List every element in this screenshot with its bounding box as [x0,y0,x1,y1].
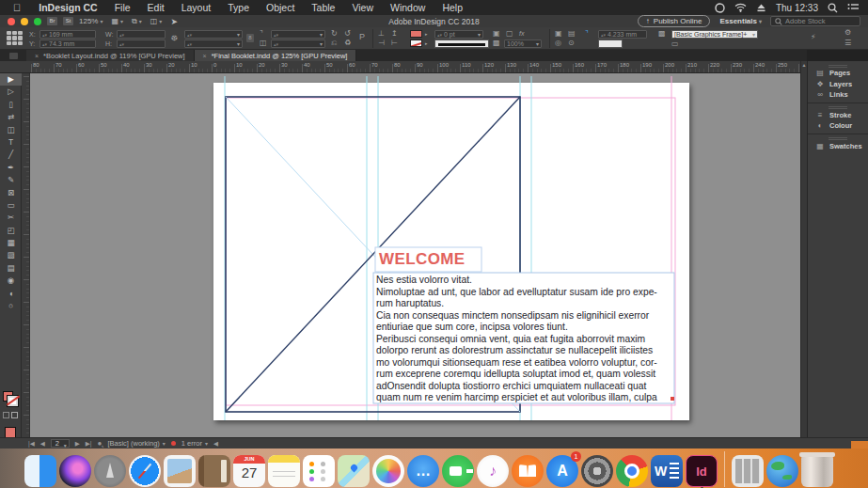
page-number-dropdown[interactable]: 2▾ [51,439,70,448]
hscroll-left-arrow[interactable]: ◀ [213,440,218,448]
selection-tool[interactable]: ▶ [0,73,22,86]
pen-tool[interactable]: ✒ [0,162,22,174]
panel-tab-swatches[interactable]: ▦Swatches [808,141,868,152]
close-window-button[interactable] [8,18,15,25]
bridge-button[interactable]: Br [47,17,57,25]
panel-gear-icon[interactable]: ⚙︎ [844,28,851,37]
menu-edit[interactable]: Edit [139,2,173,13]
menu-window[interactable]: Window [382,2,434,13]
screen-mode-dropdown[interactable]: ⧉▾ [132,17,142,26]
minimize-window-button[interactable] [21,18,28,25]
gradient-swatch-tool[interactable]: ▦ [0,237,22,249]
menu-file[interactable]: File [106,2,139,13]
tab-bar-leading-icon[interactable] [0,50,26,61]
dock-icon-system-preferences[interactable] [581,455,613,487]
formatting-text-toggle[interactable] [11,412,18,418]
effects-icon[interactable]: ▣ [493,29,500,38]
rotate-ccw-icon[interactable]: ↺ [344,29,351,38]
menu-object[interactable]: Object [258,2,303,13]
reference-point-proxy[interactable] [7,31,23,45]
note-tool[interactable]: ▤ [0,262,22,275]
stroke-swatch-arrow[interactable]: ▸ [425,39,428,48]
dock-icon-safari[interactable] [129,455,161,487]
dock-icon-trash[interactable] [801,455,833,487]
line-tool[interactable]: ╱ [0,149,22,161]
dock-icon-launchpad[interactable] [94,455,126,487]
preflight-profile[interactable]: [Basic] (working)▾ [107,439,165,448]
select-previous-icon[interactable]: ⊣ [378,39,385,47]
menu-table[interactable]: Table [303,2,343,13]
zoom-window-button[interactable] [34,18,41,25]
vertical-ruler[interactable] [22,73,30,437]
menu-view[interactable]: View [343,2,382,13]
rotate-cw-icon[interactable]: ↻ [331,29,338,38]
dock-icon-indesign[interactable]: Id [686,455,718,487]
flip-horizontal-icon[interactable]: ⎌ [331,39,337,47]
width-field[interactable]: ▴▾ [117,30,166,39]
zoom-level-dropdown[interactable]: 125%▾ [79,17,103,25]
frame-fitting-icon[interactable]: ▩ [658,29,666,38]
gap-tool[interactable]: ⇄ [0,111,22,123]
formatting-container-toggle[interactable] [3,412,9,418]
preflight-icon[interactable]: ●̢ [98,439,103,448]
menu-type[interactable]: Type [219,2,258,13]
view-options-dropdown[interactable]: ▦▾ [111,17,123,25]
object-style-dropdown[interactable]: [Basic Graphics Frame]+ ▾ [671,30,758,39]
select-content-icon[interactable]: ↥ [391,29,398,38]
scale-y-field[interactable]: ▴▾ ▾ [184,39,243,48]
dock-icon-finder[interactable] [24,455,56,487]
fill-color-swatch[interactable] [410,30,422,38]
vertical-scrollbar[interactable]: ▴ [800,61,807,437]
fx-icon[interactable]: fx [519,29,524,38]
panel-tab-links[interactable]: ∞Links [808,89,868,101]
content-collector-tool[interactable]: ◫ [0,124,22,136]
select-next-icon[interactable]: ⊢ [391,39,398,47]
adobe-stock-search-input[interactable]: Adobe Stock [770,16,860,26]
toolbar-stroke-swatch[interactable] [8,396,18,406]
dock-icon-photos[interactable] [372,455,404,487]
dock-icon-screenshots-stack[interactable] [732,455,764,487]
free-transform-tool[interactable]: ◰ [0,225,22,237]
dock-icon-globe-app[interactable] [766,455,798,487]
assistant-icon[interactable] [715,3,725,13]
arrange-documents-dropdown[interactable]: ◫▾ [150,17,163,25]
stroke-style-dropdown[interactable] [434,39,489,48]
panel-menu-icon[interactable]: ☰ [844,39,851,47]
dock-icon-preview[interactable] [164,455,196,487]
dock-icon-calendar[interactable]: JUN27 [233,455,265,487]
constrain-dimensions-icon[interactable]: ⚽︎ [171,34,178,42]
rectangle-tool[interactable]: ▭ [0,199,22,212]
dock-icon-ibooks[interactable] [512,455,544,487]
panel-tab-pages[interactable]: ▤Pages [808,68,868,79]
last-page-button[interactable]: ▶| [86,440,92,448]
type-tool[interactable]: T [0,136,22,149]
tab-close-icon[interactable]: × [203,53,207,59]
flip-vertical-icon[interactable]: ♻ [344,39,351,47]
eject-icon[interactable] [756,3,766,12]
wrap-bounding-icon[interactable]: ▤ [568,29,576,38]
notification-center-icon[interactable] [847,3,859,12]
corner-options-icon[interactable]: ⌝ [585,29,589,38]
zoom-tool[interactable]: ○ [0,300,22,312]
document-canvas[interactable]: WELCOME Nes estia volorro vitat.Nimolupt… [30,73,800,437]
panel-tab-colour[interactable]: ◐Colour [808,120,868,132]
preflight-error-text[interactable]: 1 error▾ [181,439,208,448]
fill-swatch-arrow[interactable]: ▸ [425,30,428,39]
hand-tool[interactable]: ◖ [0,288,22,300]
previous-page-button[interactable]: ◀ [40,440,45,448]
apple-menu-icon[interactable]:  [0,2,30,13]
next-page-button[interactable]: ▶ [75,440,80,448]
page-tool[interactable]: ▯ [0,99,22,111]
menu-help[interactable]: Help [434,2,471,13]
dock-icon-app-store[interactable]: A1 [546,455,578,487]
scale-x-field[interactable]: ▴▾ ▾ [184,30,243,39]
stroke-weight-field[interactable]: ▴▾ 0 pt ▾ [434,30,483,39]
publish-online-button[interactable]: ↑Publish Online [638,15,711,27]
panel-tab-stroke[interactable]: ≡Stroke [808,110,868,121]
rotation-angle-field[interactable]: ▴▾ ▾ [271,30,325,39]
style-override-icon[interactable]: ▭ [671,39,679,48]
share-icon[interactable]: ➤ [170,17,178,26]
document-tab-1[interactable]: ×*Booklet Layout.indd @ 119% [GPU Previe… [26,50,195,61]
corner-shape-dropdown[interactable] [598,39,623,48]
dock-icon-word[interactable]: W [651,455,683,487]
